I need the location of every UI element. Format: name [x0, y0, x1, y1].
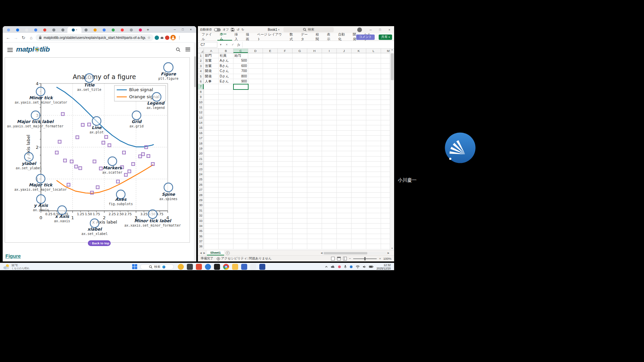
cell-F14[interactable]: [278, 120, 292, 125]
column-header-G[interactable]: G: [292, 49, 307, 53]
wifi-icon[interactable]: [356, 265, 360, 268]
row-header-10[interactable]: 10: [198, 100, 204, 105]
cell-J38[interactable]: [337, 244, 352, 249]
cell-A8[interactable]: [204, 89, 219, 95]
cell-B11[interactable]: [219, 105, 233, 110]
cell-D34[interactable]: [248, 224, 263, 229]
cell-F17[interactable]: [278, 136, 292, 141]
browser-tab-active[interactable]: ×: [67, 27, 82, 33]
cell-A38[interactable]: [204, 244, 219, 249]
cell-E28[interactable]: [263, 193, 278, 198]
cell-B38[interactable]: [219, 244, 233, 249]
cell-C4[interactable]: 700: [233, 69, 248, 74]
cell-F9[interactable]: [278, 95, 292, 100]
cell-D31[interactable]: [248, 208, 263, 213]
cell-G10[interactable]: [292, 100, 307, 105]
cell-A11[interactable]: [204, 105, 219, 110]
cell-A5[interactable]: 開発: [204, 74, 219, 79]
cell-D20[interactable]: [248, 151, 263, 156]
cell-H11[interactable]: [307, 105, 322, 110]
cell-K23[interactable]: [352, 167, 366, 172]
cell-L27[interactable]: [366, 187, 381, 192]
cell-A31[interactable]: [204, 208, 219, 213]
column-header-I[interactable]: I: [322, 49, 337, 53]
cell-D6[interactable]: [248, 79, 263, 84]
autosave-toggle[interactable]: [214, 28, 221, 32]
cell-B31[interactable]: [219, 208, 233, 213]
cell-M33[interactable]: [381, 219, 390, 224]
cell-C31[interactable]: [233, 208, 248, 213]
cell-E11[interactable]: [263, 105, 278, 110]
cell-L26[interactable]: [366, 182, 381, 187]
cell-L29[interactable]: [366, 198, 381, 203]
cell-L19[interactable]: [366, 146, 381, 151]
cell-F13[interactable]: [278, 115, 292, 120]
cell-L21[interactable]: [366, 157, 381, 162]
taskbar-app-icon-2[interactable]: [187, 264, 193, 270]
cell-I2[interactable]: [322, 58, 337, 63]
cell-A18[interactable]: [204, 141, 219, 146]
cell-H25[interactable]: [307, 177, 322, 182]
cell-K28[interactable]: [352, 193, 366, 198]
cell-J11[interactable]: [337, 105, 352, 110]
cell-H6[interactable]: [307, 79, 322, 84]
cell-J20[interactable]: [337, 151, 352, 156]
row-header-21[interactable]: 21: [198, 157, 204, 162]
cell-C38[interactable]: [233, 244, 248, 249]
cell-L7[interactable]: [366, 84, 381, 89]
comments-button[interactable]: コメント: [356, 35, 375, 40]
share-button[interactable]: 共有 ▾: [379, 35, 392, 40]
cell-L36[interactable]: [366, 234, 381, 239]
row-header-26[interactable]: 26: [198, 182, 204, 187]
cell-A36[interactable]: [204, 234, 219, 239]
cell-B8[interactable]: [219, 89, 233, 95]
ribbon-tab-3[interactable]: 挿入: [232, 33, 244, 41]
cell-G14[interactable]: [292, 120, 307, 125]
cell-K12[interactable]: [352, 110, 366, 115]
cell-I35[interactable]: [322, 229, 337, 234]
cell-K19[interactable]: [352, 146, 366, 151]
sheet-prev-icon[interactable]: ◀: [200, 252, 202, 254]
cell-B5[interactable]: Dさん: [219, 74, 233, 79]
cell-H37[interactable]: [307, 239, 322, 244]
cell-M36[interactable]: [381, 234, 390, 239]
cell-E31[interactable]: [263, 208, 278, 213]
cell-J21[interactable]: [337, 157, 352, 162]
row-header-19[interactable]: 19: [198, 146, 204, 151]
cell-L35[interactable]: [366, 229, 381, 234]
cell-H18[interactable]: [307, 141, 322, 146]
cell-I23[interactable]: [322, 167, 337, 172]
vertical-scrollbar[interactable]: ▲ ▼: [390, 49, 394, 250]
cell-I6[interactable]: [322, 79, 337, 84]
cell-M27[interactable]: [381, 187, 390, 192]
cell-G38[interactable]: [292, 244, 307, 249]
cell-H13[interactable]: [307, 115, 322, 120]
cell-B24[interactable]: [219, 172, 233, 177]
cell-J26[interactable]: [337, 182, 352, 187]
cell-D25[interactable]: [248, 177, 263, 182]
taskbar-app-icon-6[interactable]: [223, 264, 229, 270]
cell-A17[interactable]: [204, 136, 219, 141]
cell-C14[interactable]: [233, 120, 248, 125]
cell-K9[interactable]: [352, 95, 366, 100]
cell-F34[interactable]: [278, 224, 292, 229]
cell-E1[interactable]: [263, 53, 278, 58]
cell-B36[interactable]: [219, 234, 233, 239]
browser-menu-icon[interactable]: ⋮: [177, 35, 182, 40]
cell-K16[interactable]: [352, 131, 366, 136]
column-header-A[interactable]: A: [204, 49, 219, 53]
cell-M37[interactable]: [381, 239, 390, 244]
cell-B30[interactable]: [219, 203, 233, 208]
cell-L5[interactable]: [366, 74, 381, 79]
cell-L20[interactable]: [366, 151, 381, 156]
zoom-level[interactable]: 100%: [383, 257, 391, 260]
cell-L4[interactable]: [366, 69, 381, 74]
taskbar-app-icon-9[interactable]: [250, 264, 256, 270]
redo-icon[interactable]: ↻: [241, 28, 244, 32]
cell-F5[interactable]: [278, 74, 292, 79]
cell-E6[interactable]: [263, 79, 278, 84]
cell-M5[interactable]: [381, 74, 390, 79]
cell-M30[interactable]: [381, 203, 390, 208]
cell-H27[interactable]: [307, 187, 322, 192]
cell-K25[interactable]: [352, 177, 366, 182]
